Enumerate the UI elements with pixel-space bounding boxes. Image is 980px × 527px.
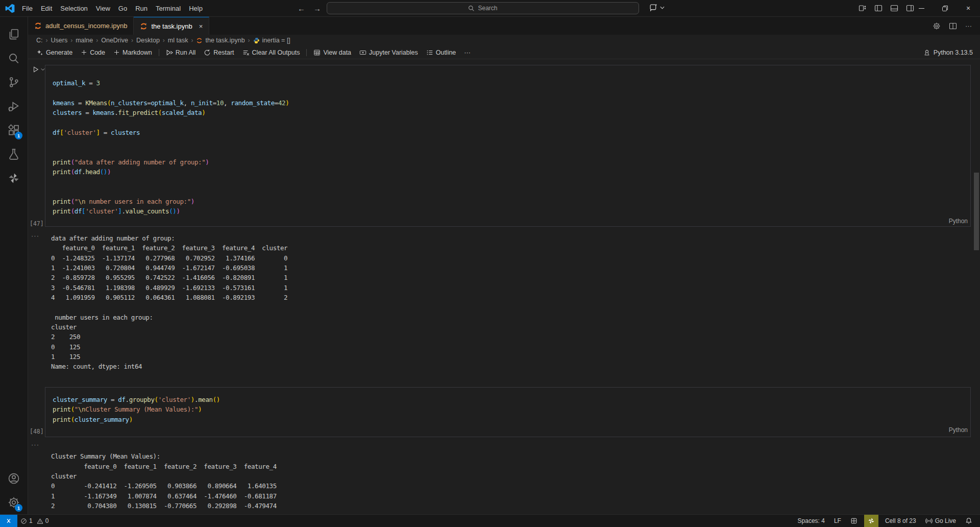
breadcrumb-item[interactable]: OneDrive: [101, 37, 128, 44]
menu-terminal[interactable]: Terminal: [152, 5, 185, 12]
add-code-button[interactable]: Code: [77, 46, 109, 59]
restore-icon: [942, 6, 948, 11]
more-actions-icon[interactable]: ···: [965, 22, 972, 30]
menu-file[interactable]: File: [18, 5, 37, 12]
vscode-logo-icon: [5, 4, 15, 13]
tab-adult-census-income[interactable]: adult_census_income.ipynb: [28, 17, 134, 35]
plus-icon: [81, 49, 87, 56]
gear-icon[interactable]: [933, 22, 941, 30]
remote-indicator[interactable]: [0, 515, 17, 527]
run-debug-icon[interactable]: [2, 94, 26, 118]
cell-language-label[interactable]: Python: [949, 218, 968, 225]
close-icon: ×: [966, 4, 970, 12]
menu-run[interactable]: Run: [131, 5, 152, 12]
breadcrumb-item[interactable]: ml task: [168, 37, 188, 44]
minimize-icon: [919, 6, 924, 11]
restart-button[interactable]: Restart: [200, 46, 238, 59]
tab-label: the task.ipynb: [151, 22, 192, 30]
eol-indicator[interactable]: LF: [831, 515, 844, 527]
toggle-sidebar-left-icon[interactable]: [874, 4, 883, 12]
jupyter-variables-button[interactable]: Jupyter Variables: [355, 46, 422, 59]
go-live-button[interactable]: Go Live: [923, 515, 959, 527]
copilot-button[interactable]: [649, 3, 665, 12]
layout-controls: [859, 0, 914, 16]
menu-edit[interactable]: Edit: [37, 5, 56, 12]
settings-gear-icon[interactable]: 1: [2, 490, 26, 514]
error-icon: [20, 518, 27, 524]
tab-the-task[interactable]: the task.ipynb ×: [134, 17, 209, 35]
breadcrumb-label: inertia = []: [262, 37, 290, 44]
breadcrumb-item[interactable]: malne: [76, 37, 93, 44]
broadcast-icon: [925, 517, 933, 524]
add-code-label: Code: [90, 49, 105, 56]
problems-indicator[interactable]: 1 0: [17, 515, 52, 527]
extensions-icon[interactable]: 1: [2, 118, 26, 142]
data-wrangler-status[interactable]: [864, 515, 878, 527]
breadcrumb-item[interactable]: Desktop: [136, 37, 160, 44]
add-markdown-button[interactable]: Markdown: [109, 46, 156, 59]
command-center-search[interactable]: Search: [327, 2, 639, 14]
breadcrumb-item[interactable]: Users: [51, 37, 68, 44]
breadcrumb-item-file[interactable]: the task.ipynb: [196, 37, 244, 44]
run-cell-button[interactable]: [32, 66, 45, 73]
menu-go[interactable]: Go: [114, 5, 131, 12]
split-editor-icon[interactable]: [949, 22, 957, 30]
warning-icon: [37, 518, 43, 524]
source-control-icon[interactable]: [2, 70, 26, 94]
table-icon: [313, 49, 321, 56]
tab-close-icon[interactable]: ×: [199, 22, 203, 30]
editor-actions: ···: [933, 17, 980, 35]
restore-button[interactable]: [933, 0, 957, 16]
execution-count: [47]: [30, 220, 44, 227]
breadcrumb-item-symbol[interactable]: inertia = []: [253, 37, 290, 44]
cell-language-label[interactable]: Python: [949, 426, 968, 434]
grid-status-icon[interactable]: [848, 515, 860, 527]
code-cell-1-editor[interactable]: optimal_k = 3 kmeans = KMeans(n_clusters…: [53, 78, 289, 217]
plus-icon: [113, 49, 120, 56]
customize-layout-icon[interactable]: [859, 4, 867, 12]
go-live-label: Go Live: [935, 517, 956, 524]
data-wrangler-icon[interactable]: [2, 166, 26, 190]
minimize-button[interactable]: [910, 0, 933, 16]
clear-all-outputs-button[interactable]: Clear All Outputs: [238, 46, 304, 59]
testing-icon[interactable]: [2, 142, 26, 166]
outline-button[interactable]: Outline: [422, 46, 460, 59]
jupyter-icon: [140, 22, 148, 30]
explorer-icon[interactable]: [2, 22, 26, 46]
notebook-toolbar: Generate Code Markdown Run All Restart C…: [28, 46, 980, 59]
forward-arrow-icon[interactable]: →: [313, 4, 321, 13]
kernel-picker[interactable]: Python 3.13.5: [923, 49, 980, 56]
menu-help[interactable]: Help: [185, 5, 207, 12]
sparkle-icon: [36, 49, 43, 56]
run-all-button[interactable]: Run All: [162, 46, 200, 59]
restart-icon: [204, 49, 211, 56]
scrollbar-thumb[interactable]: [974, 173, 979, 250]
kernel-icon: [923, 49, 930, 56]
breadcrumb-separator: ›: [191, 37, 193, 44]
breadcrumb-item[interactable]: C:: [36, 37, 43, 44]
toolbar-more-button[interactable]: ···: [460, 46, 475, 59]
add-markdown-label: Markdown: [122, 49, 152, 56]
output-collapse-indicator[interactable]: ···: [31, 232, 39, 239]
more-icon: ···: [464, 49, 471, 56]
notifications-bell-icon[interactable]: [963, 515, 975, 527]
indent-indicator[interactable]: Spaces: 4: [795, 515, 827, 527]
output-collapse-indicator[interactable]: ···: [31, 441, 39, 448]
toggle-panel-icon[interactable]: [890, 4, 898, 12]
restart-label: Restart: [213, 49, 234, 56]
menu-selection[interactable]: Selection: [56, 5, 91, 12]
clear-outputs-label: Clear All Outputs: [252, 49, 300, 56]
accounts-icon[interactable]: [2, 466, 26, 490]
view-data-button[interactable]: View data: [309, 46, 355, 59]
toolbar-separator: [159, 49, 159, 56]
python-icon: [253, 37, 260, 44]
close-button[interactable]: ×: [957, 0, 980, 16]
breadcrumb-separator: ›: [163, 37, 165, 44]
menu-view[interactable]: View: [92, 5, 114, 12]
code-cell-2-editor[interactable]: cluster_summary = df.groupby('cluster').…: [53, 395, 220, 424]
back-arrow-icon[interactable]: ←: [298, 4, 305, 13]
search-placeholder: Search: [478, 5, 497, 12]
search-view-icon[interactable]: [2, 46, 26, 70]
generate-button[interactable]: Generate: [32, 46, 77, 59]
cell-indicator[interactable]: Cell 8 of 23: [883, 515, 919, 527]
